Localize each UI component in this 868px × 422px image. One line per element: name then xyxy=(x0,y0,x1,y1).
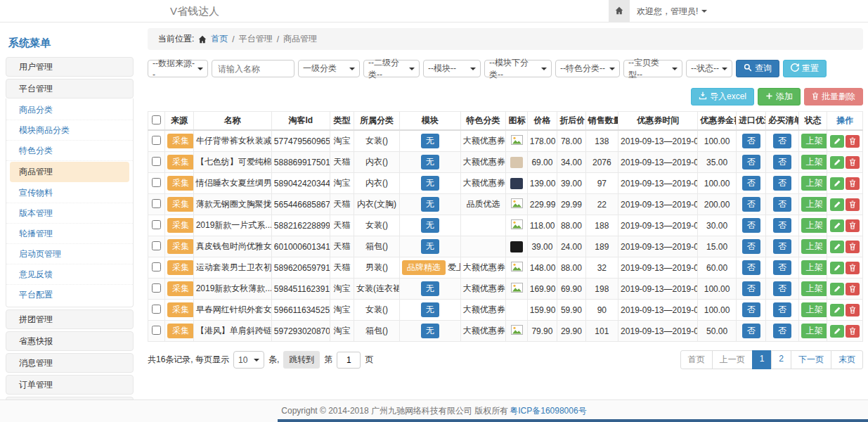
row-checkbox[interactable] xyxy=(152,262,161,271)
delete-button[interactable] xyxy=(846,262,860,274)
import-select-toggle[interactable]: 否 xyxy=(742,197,760,212)
row-checkbox[interactable] xyxy=(152,220,161,229)
edit-button[interactable] xyxy=(830,156,844,169)
status-toggle[interactable]: 上架 xyxy=(801,324,827,338)
filter-select-6[interactable]: --特色分类-- xyxy=(555,60,620,77)
edit-button[interactable] xyxy=(830,219,844,232)
select-all-checkbox[interactable] xyxy=(152,115,161,124)
edit-button[interactable] xyxy=(830,262,844,274)
edit-button[interactable] xyxy=(830,241,844,253)
delete-button[interactable] xyxy=(846,219,860,232)
import-select-toggle[interactable]: 否 xyxy=(742,155,760,170)
must-buy-toggle[interactable]: 否 xyxy=(773,302,791,317)
filter-select-3[interactable]: --二级分类-- xyxy=(363,60,420,77)
import-select-toggle[interactable]: 否 xyxy=(742,239,760,254)
filter-select-2[interactable]: 一级分类 xyxy=(298,60,360,77)
import-select-toggle[interactable]: 否 xyxy=(742,218,760,233)
must-buy-toggle[interactable]: 否 xyxy=(773,239,791,254)
import-excel-button[interactable]: 导入excel xyxy=(691,88,754,106)
must-buy-toggle[interactable]: 否 xyxy=(773,134,791,148)
edit-button[interactable] xyxy=(830,325,844,338)
pager-2[interactable]: 2 xyxy=(771,350,791,369)
import-select-toggle[interactable]: 否 xyxy=(742,260,760,275)
sidebar-section-平台管理[interactable]: 平台管理 xyxy=(6,79,134,98)
delete-button[interactable] xyxy=(846,241,860,253)
pager-末页[interactable]: 末页 xyxy=(831,350,863,369)
row-checkbox[interactable] xyxy=(152,136,161,145)
pager-下一页[interactable]: 下一页 xyxy=(791,350,831,369)
sidebar-item-平台配置[interactable]: 平台配置 xyxy=(6,285,133,305)
sidebar-item-商品分类[interactable]: 商品分类 xyxy=(6,100,133,120)
delete-button[interactable] xyxy=(846,156,860,169)
delete-button[interactable] xyxy=(846,177,860,190)
home-button[interactable] xyxy=(609,0,630,23)
import-select-toggle[interactable]: 否 xyxy=(742,176,760,191)
must-buy-toggle[interactable]: 否 xyxy=(773,155,791,170)
row-checkbox[interactable] xyxy=(152,326,161,335)
jump-page-input[interactable] xyxy=(337,352,361,369)
delete-button[interactable] xyxy=(846,198,860,211)
filter-select-4[interactable]: --模块-- xyxy=(423,60,481,77)
edit-button[interactable] xyxy=(830,135,844,148)
status-toggle[interactable]: 上架 xyxy=(801,260,827,275)
edit-button[interactable] xyxy=(830,304,844,316)
sidebar-section-消息管理[interactable]: 消息管理 xyxy=(6,353,134,373)
row-checkbox[interactable] xyxy=(152,241,161,250)
delete-button[interactable] xyxy=(846,325,860,338)
must-buy-toggle[interactable]: 否 xyxy=(773,176,791,191)
filter-select-0[interactable]: --数据来源-- xyxy=(148,60,208,77)
row-checkbox[interactable] xyxy=(152,199,161,208)
status-toggle[interactable]: 上架 xyxy=(801,134,827,148)
status-toggle[interactable]: 上架 xyxy=(801,155,827,170)
sidebar-item-轮播管理[interactable]: 轮播管理 xyxy=(6,224,133,244)
pager-1[interactable]: 1 xyxy=(752,350,772,369)
filter-select-8[interactable]: --状态-- xyxy=(686,60,732,77)
must-buy-toggle[interactable]: 否 xyxy=(773,218,791,233)
delete-button[interactable] xyxy=(846,283,860,295)
delete-button[interactable] xyxy=(846,304,860,316)
row-checkbox[interactable] xyxy=(152,305,161,314)
delete-button[interactable] xyxy=(846,135,860,148)
row-checkbox[interactable] xyxy=(152,157,161,166)
row-checkbox[interactable] xyxy=(152,178,161,187)
must-buy-toggle[interactable]: 否 xyxy=(773,324,791,338)
sidebar-section-省惠快报[interactable]: 省惠快报 xyxy=(6,331,134,351)
sidebar-item-宣传物料[interactable]: 宣传物料 xyxy=(6,183,133,203)
status-toggle[interactable]: 上架 xyxy=(801,302,827,317)
sidebar-item-商品管理[interactable]: 商品管理 xyxy=(10,162,129,182)
add-button[interactable]: 添加 xyxy=(758,88,801,106)
filter-select-5[interactable]: --模块下分类-- xyxy=(484,60,552,77)
edit-button[interactable] xyxy=(830,198,844,211)
import-select-toggle[interactable]: 否 xyxy=(742,281,760,296)
status-toggle[interactable]: 上架 xyxy=(801,197,827,212)
edit-button[interactable] xyxy=(830,283,844,295)
name-filter-input[interactable] xyxy=(212,60,294,77)
sidebar-item-模块商品分类[interactable]: 模块商品分类 xyxy=(6,120,133,141)
sidebar-item-特色分类[interactable]: 特色分类 xyxy=(6,141,133,161)
status-toggle[interactable]: 上架 xyxy=(801,239,827,254)
sidebar-section-拼团管理[interactable]: 拼团管理 xyxy=(6,309,134,329)
status-toggle[interactable]: 上架 xyxy=(801,281,827,296)
sidebar-item-启动页管理[interactable]: 启动页管理 xyxy=(6,244,133,264)
import-select-toggle[interactable]: 否 xyxy=(742,324,760,338)
import-select-toggle[interactable]: 否 xyxy=(742,302,760,317)
edit-button[interactable] xyxy=(830,177,844,190)
must-buy-toggle[interactable]: 否 xyxy=(773,281,791,296)
row-checkbox[interactable] xyxy=(152,283,161,293)
sidebar-section-用户管理[interactable]: 用户管理 xyxy=(6,57,134,77)
user-menu[interactable]: 欢迎您，管理员! xyxy=(637,0,707,23)
breadcrumb-home-link[interactable]: 首页 xyxy=(211,33,228,45)
bulk-delete-button[interactable]: 批量删除 xyxy=(804,88,863,106)
per-page-select[interactable]: 10 xyxy=(233,351,264,369)
filter-select-7[interactable]: --宝贝类型-- xyxy=(623,60,682,77)
must-buy-toggle[interactable]: 否 xyxy=(773,260,791,275)
icp-link[interactable]: 粤ICP备16098006号 xyxy=(510,405,586,417)
sidebar-section-订单管理[interactable]: 订单管理 xyxy=(6,375,134,395)
must-buy-toggle[interactable]: 否 xyxy=(773,197,791,212)
import-select-toggle[interactable]: 否 xyxy=(742,134,760,148)
status-toggle[interactable]: 上架 xyxy=(801,176,827,191)
status-toggle[interactable]: 上架 xyxy=(801,218,827,233)
sidebar-item-意见反馈[interactable]: 意见反馈 xyxy=(6,264,133,285)
sidebar-item-版本管理[interactable]: 版本管理 xyxy=(6,203,133,224)
reset-button[interactable]: 重置 xyxy=(783,60,827,77)
